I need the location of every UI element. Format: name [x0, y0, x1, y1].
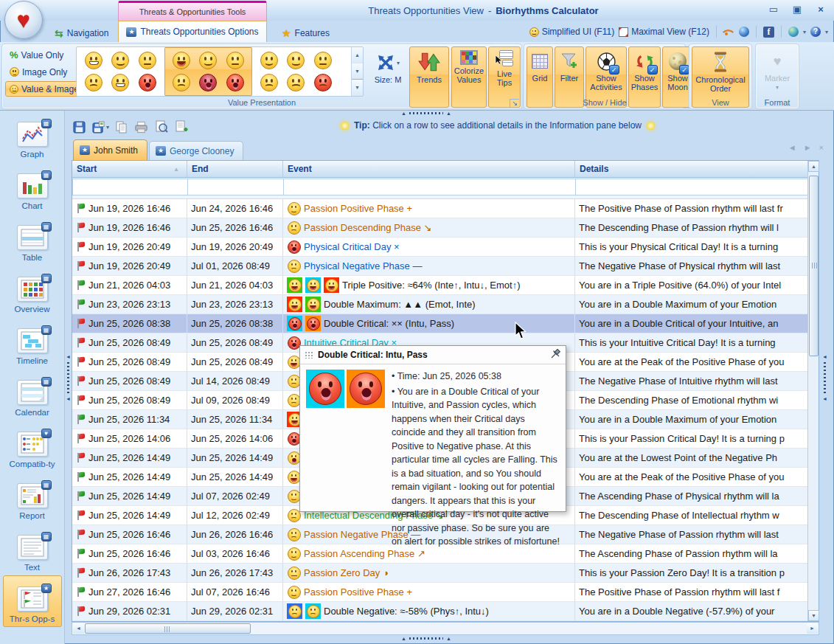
cell-event: Double Critical: ×× (Intu, Pass)	[283, 314, 575, 333]
facebook-icon[interactable]: f	[763, 27, 774, 38]
print-button[interactable]	[134, 121, 148, 134]
end-date: Jun 25, 2026 14:06	[191, 433, 273, 444]
gallery-up-icon[interactable]: ▲	[352, 47, 363, 63]
event-text: Passion Positive Phase +	[304, 203, 412, 214]
next-tab-icon[interactable]: ►	[804, 143, 812, 152]
close-button[interactable]: ×	[815, 4, 827, 15]
size-button[interactable]: ▾ Size: M	[369, 47, 406, 106]
person-tab-george-clooney[interactable]: ★ George Clooney	[149, 141, 243, 160]
top-splitter-handle[interactable]: ▲▲	[401, 111, 451, 116]
smiley-shock-icon	[288, 317, 302, 330]
sidebar-item-report[interactable]: ▦Report	[3, 472, 62, 524]
web-search-icon[interactable]	[739, 27, 749, 37]
vertical-scrollbar[interactable]: ▲ ▼	[807, 161, 819, 621]
scroll-right-icon[interactable]: ►	[807, 623, 818, 634]
help-icon[interactable]: ?	[810, 27, 821, 37]
sidebar-item-table[interactable]: ▦Table	[3, 214, 62, 266]
size-arrows-icon: ▾	[376, 53, 400, 72]
end-date: Jun 25, 2026 11:34	[191, 414, 272, 425]
prev-tab-icon[interactable]: ◄	[788, 143, 796, 152]
dialog-launcher-icon[interactable]: ↘	[510, 99, 519, 107]
group-label-value-presentation: Value Presentation	[2, 98, 521, 107]
maximal-view-button[interactable]: Maximal View (F12)	[619, 27, 709, 37]
column-header-details[interactable]: Details	[575, 161, 809, 177]
right-splitter-handle[interactable]: ◄◄	[822, 354, 827, 401]
minimize-button[interactable]: ▭	[768, 4, 779, 15]
event-text: Double Critical: ×× (Intu, Pass)	[324, 318, 454, 329]
filter-input-start[interactable]	[72, 179, 187, 195]
table-row[interactable]: Jun 19, 2026 16:46Jun 24, 2026 16:46Pass…	[72, 199, 819, 218]
tab-threats-opportunities-options[interactable]: ★ Threats Opportunities Options	[118, 21, 267, 42]
sidebar-item-overview[interactable]: ▦Overview	[3, 266, 62, 317]
gallery-more-icon[interactable]: ▼	[352, 79, 363, 96]
start-date: Jun 25, 2026 08:49	[88, 356, 170, 367]
details-text: The Negative Phase of Physical rhythm wi…	[579, 260, 780, 271]
column-header-event[interactable]: Event	[283, 161, 575, 177]
value-and-image-button[interactable]: Value & Image	[5, 81, 83, 97]
scroll-left-icon[interactable]: ◄	[73, 623, 84, 634]
person-tab-john-smith[interactable]: ★ John Smith	[73, 139, 147, 160]
bottom-splitter-handle[interactable]: ▲▲	[401, 636, 451, 641]
sidebar-item-text[interactable]: ▦Text	[3, 524, 62, 575]
maximize-button[interactable]: ▣	[791, 4, 803, 15]
value-only-button[interactable]: % Value Only	[5, 47, 83, 63]
scroll-up-icon[interactable]: ▲	[808, 161, 819, 172]
event-smiley-box	[287, 603, 302, 619]
table-row[interactable]: Jun 27, 2026 16:46Jul 07, 2026 16:46Pass…	[72, 583, 819, 602]
gallery-down-icon[interactable]: ▼	[352, 63, 363, 80]
table-row[interactable]: Jun 19, 2026 20:49Jun 19, 2026 20:49Phys…	[72, 238, 819, 257]
gallery-style-set-3[interactable]	[252, 47, 340, 96]
rss-feed-icon[interactable]	[723, 27, 734, 37]
end-date: Jun 25, 2026 08:49	[191, 356, 273, 367]
filter-input-details[interactable]	[575, 179, 809, 195]
close-tab-icon[interactable]: ×	[819, 143, 824, 152]
gallery-style-set-1[interactable]	[77, 47, 164, 96]
sidebar-item-thropps[interactable]: ★Thr-s Opp-s	[3, 575, 62, 627]
table-row[interactable]: Jun 25, 2026 08:38Jun 25, 2026 08:38Doub…	[72, 314, 819, 333]
column-header-start[interactable]: Start ▲	[72, 161, 187, 177]
table-row[interactable]: Jun 19, 2026 16:46Jun 25, 2026 16:46Pass…	[72, 218, 819, 238]
table-row[interactable]: Jun 29, 2026 02:31Jun 29, 2026 02:31Doub…	[72, 602, 819, 621]
image-only-button[interactable]: Image Only	[5, 64, 83, 80]
table-row[interactable]: Jun 21, 2026 04:03Jun 21, 2026 04:03Trip…	[72, 276, 819, 295]
start-date: Jun 29, 2026 02:31	[88, 606, 170, 617]
details-text: This is your Passion Critical Day! It is…	[579, 433, 785, 444]
save-button[interactable]	[73, 121, 86, 134]
sidebar-item-graph[interactable]: ▦Graph	[3, 111, 62, 162]
language-globe-icon[interactable]	[788, 27, 799, 37]
app-menu-button[interactable]: ♥	[4, 1, 43, 39]
filter-input-event[interactable]	[283, 179, 575, 195]
tab-features[interactable]: ★ Features	[274, 24, 337, 42]
start-date: Jun 27, 2026 16:46	[88, 586, 170, 598]
copy-button[interactable]	[116, 121, 128, 134]
flag-green-icon	[76, 471, 86, 482]
cell-event: Double Maximum: ▲▲ (Emot, Inte)	[283, 295, 575, 314]
horizontal-scrollbar[interactable]: ◄ ►	[72, 622, 819, 635]
left-splitter-handle[interactable]: ◄◄	[66, 354, 71, 401]
table-row[interactable]: Jun 23, 2026 23:13Jun 23, 2026 23:13Doub…	[72, 295, 819, 314]
pin-icon[interactable]	[551, 349, 561, 361]
sidebar-item-compat[interactable]: ♥Compatib-ty	[3, 420, 62, 472]
graph-icon: ▦	[17, 122, 48, 147]
tab-navigation[interactable]: ⇆ Navigation	[47, 24, 116, 42]
export-add-button[interactable]	[175, 120, 188, 134]
show-moon-label: Show Moon	[663, 74, 692, 91]
simplified-ui-button[interactable]: Simplified UI (F11)	[529, 27, 614, 37]
vertical-scroll-thumb[interactable]	[809, 176, 819, 356]
column-header-end[interactable]: End	[187, 161, 283, 177]
table-row[interactable]: Jun 19, 2026 20:49Jul 01, 2026 08:49Phys…	[72, 257, 819, 276]
table-row[interactable]: Jun 26, 2026 17:43Jun 26, 2026 17:43Pass…	[72, 564, 819, 583]
start-date: Jun 25, 2026 08:38	[88, 318, 170, 329]
drag-grip-icon[interactable]	[305, 351, 313, 359]
sidebar-item-timeline[interactable]: ▦Timeline	[3, 317, 62, 369]
help-dropdown-arrow-icon[interactable]: ▾	[825, 29, 828, 35]
save-as-button[interactable]: ▾	[92, 121, 109, 134]
horizontal-scroll-thumb[interactable]	[85, 623, 251, 634]
sidebar-item-chart[interactable]: ▦Chart	[3, 162, 62, 214]
filter-input-end[interactable]	[187, 179, 283, 195]
scroll-down-icon[interactable]: ▼	[808, 610, 819, 621]
sidebar-item-calendar[interactable]: ▦Calendar	[3, 369, 62, 420]
print-preview-button[interactable]	[155, 120, 168, 134]
gallery-style-set-2[interactable]	[164, 47, 252, 96]
language-dropdown-arrow-icon[interactable]: ▾	[803, 29, 806, 35]
